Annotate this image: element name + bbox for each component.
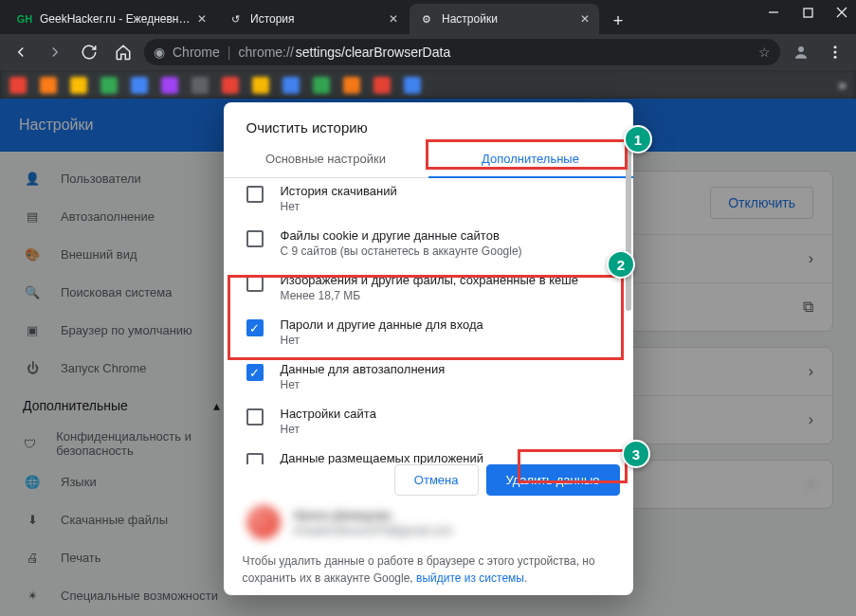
gear-icon: ⚙: [419, 11, 434, 27]
annotation-badge-2: 2: [607, 250, 635, 279]
favicon-icon: GH: [17, 11, 32, 27]
svg-rect-1: [804, 9, 812, 17]
checkbox[interactable]: [246, 275, 264, 292]
address-bar[interactable]: ◉ Chrome | chrome://settings/clearBrowse…: [144, 39, 780, 65]
tab-label: История: [250, 12, 383, 26]
dialog-actions: Отмена Удалить данные: [224, 464, 633, 496]
url-scheme: chrome://: [238, 45, 293, 60]
dialog-checkbox-list: История скачиванийНет Файлы cookie и дру…: [224, 178, 633, 464]
close-tab-icon[interactable]: ✕: [580, 12, 590, 26]
bookmarks-bar[interactable]: »: [0, 70, 856, 99]
scrollbar[interactable]: [626, 178, 631, 311]
dialog-footer-note: Чтобы удалить данные о работе в браузере…: [224, 549, 633, 587]
new-tab-button[interactable]: +: [605, 8, 631, 34]
bookmarks-overflow-icon[interactable]: »: [838, 77, 847, 94]
row-download-history[interactable]: История скачиванийНет: [224, 182, 633, 221]
checkbox[interactable]: [246, 230, 264, 247]
tab-label: GeekHacker.ru - Ежедневный ж...: [40, 12, 191, 26]
checkbox[interactable]: ✓: [246, 319, 264, 336]
menu-button[interactable]: [822, 39, 848, 65]
row-cookies[interactable]: Файлы cookie и другие данные сайтовС 9 с…: [224, 221, 633, 265]
svg-point-7: [834, 56, 837, 59]
svg-point-5: [834, 45, 837, 48]
close-tab-icon[interactable]: ✕: [389, 12, 398, 26]
row-site-settings[interactable]: Настройки сайтаНет: [224, 399, 633, 444]
close-button[interactable]: [835, 6, 848, 19]
back-button[interactable]: [8, 39, 34, 65]
cancel-button[interactable]: Отмена: [394, 464, 479, 496]
tab-strip: GH GeekHacker.ru - Ежедневный ж... ✕ ↺ И…: [0, 0, 856, 34]
checkbox[interactable]: ✓: [246, 364, 264, 381]
reload-button[interactable]: [76, 39, 102, 65]
dialog-tabs: Основные настройки Дополнительные: [224, 141, 633, 178]
clear-browsing-data-dialog: Очистить историю Основные настройки Допо…: [224, 102, 633, 595]
dialog-title: Очистить историю: [224, 102, 633, 141]
home-button[interactable]: [110, 39, 137, 65]
sign-out-link[interactable]: выйдите из системы: [416, 571, 524, 585]
history-icon: ↺: [228, 11, 243, 27]
profile-email: irinademidova1978@gmail.com: [294, 524, 453, 537]
checkbox[interactable]: [246, 186, 264, 203]
annotation-badge-1: 1: [624, 125, 652, 154]
row-autofill[interactable]: ✓ Данные для автозаполненияНет: [224, 354, 633, 399]
profile-row[interactable]: Ирина Демидоваirinademidova1978@gmail.co…: [224, 496, 633, 549]
browser-toolbar: ◉ Chrome | chrome://settings/clearBrowse…: [0, 34, 856, 70]
row-hosted-apps[interactable]: Данные размещаемых приложений5 приложени…: [224, 444, 633, 464]
avatar: [246, 505, 281, 539]
confirm-button[interactable]: Удалить данные: [486, 464, 620, 496]
annotation-badge-3: 3: [622, 440, 650, 468]
svg-point-4: [798, 46, 804, 52]
maximize-button[interactable]: [801, 6, 814, 19]
svg-point-6: [834, 51, 837, 54]
forward-button[interactable]: [42, 39, 68, 65]
minimize-button[interactable]: [767, 6, 780, 19]
row-cached[interactable]: Изображения и другие файлы, сохраненные …: [224, 265, 633, 310]
tab-history[interactable]: ↺ История ✕: [218, 4, 408, 34]
checkbox[interactable]: [246, 453, 264, 464]
checkbox[interactable]: [246, 408, 264, 426]
window-controls: [767, 6, 848, 19]
tab-basic[interactable]: Основные настройки: [224, 141, 428, 177]
url-path: settings/clearBrowserData: [296, 45, 450, 60]
profile-name: Ирина Демидова: [294, 508, 453, 522]
close-tab-icon[interactable]: ✕: [197, 12, 207, 26]
tab-geekhacker[interactable]: GH GeekHacker.ru - Ежедневный ж... ✕: [8, 4, 216, 34]
bookmark-star-icon[interactable]: ☆: [758, 45, 771, 60]
tab-advanced[interactable]: Дополнительные: [428, 141, 633, 178]
security-text: Chrome: [173, 45, 220, 60]
tab-settings[interactable]: ⚙ Настройки ✕: [410, 4, 599, 34]
row-passwords[interactable]: ✓ Пароли и другие данные для входаНет: [224, 310, 633, 354]
tab-label: Настройки: [442, 12, 574, 26]
chrome-icon: ◉: [154, 45, 165, 60]
profile-button[interactable]: [788, 39, 814, 65]
